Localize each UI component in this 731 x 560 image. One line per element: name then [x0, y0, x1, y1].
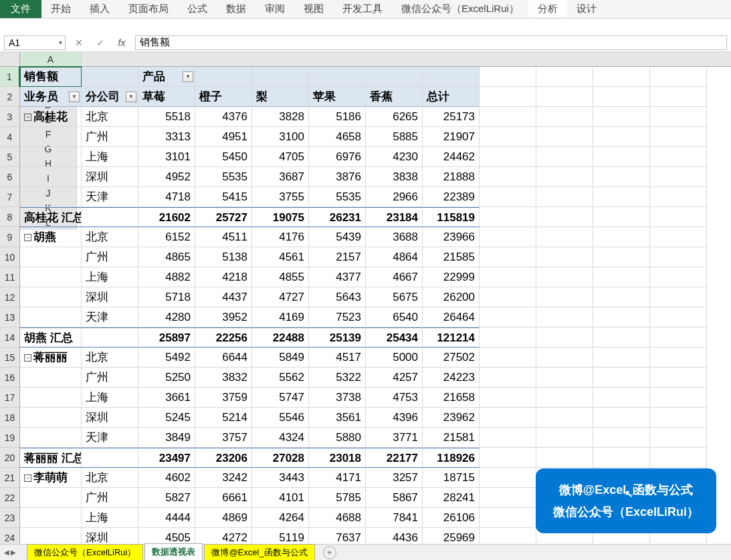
row-header[interactable]: 18 [0, 408, 20, 428]
value-cell[interactable]: 7841 [366, 508, 423, 528]
pivot-row-field-1[interactable]: 业务员▼ [20, 87, 82, 107]
value-cell[interactable]: 4705 [252, 147, 309, 167]
ribbon-tab-4[interactable]: 数据 [217, 0, 255, 17]
subtotal-value[interactable]: 22256 [195, 327, 252, 347]
value-cell[interactable]: 4171 [309, 468, 366, 488]
cell[interactable] [536, 167, 593, 187]
name-box[interactable]: A1 [4, 35, 66, 50]
value-cell[interactable]: 4882 [138, 267, 195, 287]
cell[interactable] [480, 488, 536, 508]
value-cell[interactable]: 22389 [423, 187, 480, 207]
row-header[interactable]: 1 [0, 67, 20, 87]
ribbon-tab-file[interactable]: 文件 [0, 0, 41, 18]
filter-dropdown-icon[interactable]: ▼ [126, 92, 136, 102]
cell[interactable] [480, 207, 536, 227]
value-cell[interactable]: 3687 [252, 167, 309, 187]
row-header[interactable]: 8 [0, 207, 20, 227]
row-header[interactable]: 15 [0, 347, 20, 368]
cell[interactable] [536, 287, 593, 307]
value-cell[interactable]: 4377 [309, 267, 366, 287]
pivot-group-蒋丽丽[interactable]: −蒋丽丽 [20, 347, 82, 368]
value-cell[interactable]: 28241 [423, 488, 480, 508]
value-cell[interactable]: 3849 [138, 428, 195, 448]
cell[interactable] [593, 67, 650, 87]
cell[interactable] [650, 368, 707, 388]
cell[interactable] [593, 327, 650, 347]
value-cell[interactable]: 3759 [195, 388, 252, 408]
value-cell[interactable]: 4865 [138, 247, 195, 267]
cell[interactable] [309, 67, 366, 87]
value-cell[interactable]: 4667 [366, 267, 423, 287]
cell[interactable] [536, 428, 593, 448]
cell[interactable] [593, 287, 650, 307]
row-header[interactable]: 9 [0, 227, 20, 247]
value-cell[interactable]: 5138 [195, 247, 252, 267]
value-cell[interactable]: 18715 [423, 468, 480, 488]
city-cell[interactable]: 北京 [82, 468, 138, 488]
row-header[interactable]: 6 [0, 167, 20, 187]
value-cell[interactable]: 3838 [366, 167, 423, 187]
value-cell[interactable]: 4396 [366, 408, 423, 428]
cell[interactable] [20, 488, 82, 508]
cell[interactable] [20, 267, 82, 287]
city-cell[interactable]: 天津 [82, 428, 138, 448]
value-cell[interactable]: 4511 [195, 227, 252, 247]
collapse-icon[interactable]: − [24, 234, 31, 241]
cell[interactable] [82, 67, 138, 87]
city-cell[interactable]: 广州 [82, 127, 138, 147]
cell[interactable] [536, 107, 593, 127]
row-header[interactable]: 22 [0, 488, 20, 508]
value-cell[interactable]: 4264 [252, 508, 309, 528]
city-cell[interactable]: 上海 [82, 267, 138, 287]
subtotal-value[interactable]: 23184 [366, 207, 423, 227]
subtotal-value[interactable]: 121214 [423, 327, 480, 347]
col-header-A[interactable]: A [20, 52, 82, 68]
cell[interactable] [650, 287, 707, 307]
value-cell[interactable]: 4517 [309, 347, 366, 368]
value-cell[interactable]: 5518 [138, 107, 195, 127]
value-cell[interactable]: 3832 [195, 368, 252, 388]
cell[interactable] [650, 307, 707, 327]
ribbon-tab-10[interactable]: 设计 [567, 0, 606, 17]
cell[interactable] [20, 388, 82, 408]
value-cell[interactable]: 5000 [366, 347, 423, 368]
subtotal-value[interactable]: 21602 [138, 207, 195, 227]
city-cell[interactable]: 天津 [82, 187, 138, 207]
enter-icon[interactable]: ✓ [92, 35, 108, 50]
pivot-column-field[interactable]: 产品▼ [138, 67, 195, 87]
subtotal-value[interactable]: 23018 [309, 448, 366, 468]
pivot-col-香蕉[interactable]: 香蕉 [366, 87, 423, 107]
value-cell[interactable]: 26200 [423, 287, 480, 307]
cell[interactable] [480, 247, 536, 267]
cell[interactable] [536, 247, 593, 267]
cell[interactable] [593, 167, 650, 187]
ribbon-tab-0[interactable]: 开始 [41, 0, 80, 17]
value-cell[interactable]: 5643 [309, 287, 366, 307]
city-cell[interactable]: 北京 [82, 227, 138, 247]
cell[interactable] [593, 127, 650, 147]
value-cell[interactable]: 3828 [252, 107, 309, 127]
cell[interactable] [593, 227, 650, 247]
value-cell[interactable]: 23966 [423, 227, 480, 247]
ribbon-tab-2[interactable]: 页面布局 [119, 0, 178, 17]
cell[interactable] [480, 227, 536, 247]
value-cell[interactable]: 6265 [366, 107, 423, 127]
value-cell[interactable]: 5322 [309, 368, 366, 388]
cell[interactable] [593, 388, 650, 408]
cell[interactable] [480, 388, 536, 408]
value-cell[interactable]: 4230 [366, 147, 423, 167]
value-cell[interactable]: 27502 [423, 347, 480, 368]
value-cell[interactable]: 4437 [195, 287, 252, 307]
value-cell[interactable]: 24223 [423, 368, 480, 388]
ribbon-tab-1[interactable]: 插入 [80, 0, 119, 17]
cell[interactable] [82, 448, 138, 468]
ribbon-tab-7[interactable]: 开发工具 [333, 0, 392, 17]
pivot-col-苹果[interactable]: 苹果 [309, 87, 366, 107]
city-cell[interactable]: 深圳 [82, 287, 138, 307]
sheet-tab-3[interactable]: 微博@Excel_函数与公式 [204, 544, 314, 560]
pivot-row-field-2[interactable]: 分公司▼ [82, 87, 138, 107]
row-header[interactable]: 11 [0, 267, 20, 287]
value-cell[interactable]: 21585 [423, 247, 480, 267]
fx-icon[interactable]: fx [114, 35, 130, 50]
cell[interactable] [593, 87, 650, 107]
